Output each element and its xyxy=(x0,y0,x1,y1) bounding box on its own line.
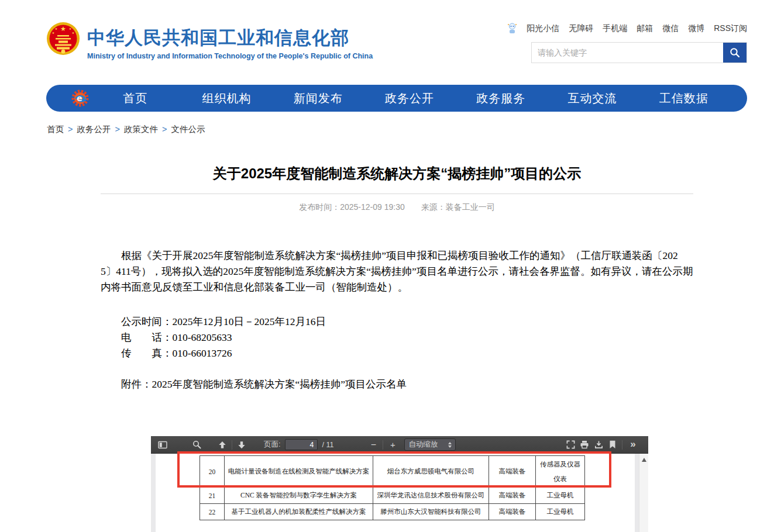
breadcrumb: 首页>政务公开>政策文件>文件公示 xyxy=(47,124,205,135)
page-total: / 11 xyxy=(322,441,333,449)
cell-number: 21 xyxy=(200,488,225,504)
page-up-button[interactable] xyxy=(215,438,229,452)
bookmark-button[interactable] xyxy=(606,438,620,452)
attachment-line: 附件：2025年度智能制造系统解决方案“揭榜挂帅”项目公示名单 xyxy=(101,376,693,392)
breadcrumb-separator: > xyxy=(162,125,167,134)
breadcrumb-home[interactable]: 首页 xyxy=(47,125,64,134)
site-logo: 中华人民共和国工业和信息化部 Ministry of Industry and … xyxy=(87,26,373,60)
zoom-in-button[interactable]: + xyxy=(386,438,400,452)
nav-item-interaction[interactable]: 互动交流 xyxy=(546,91,638,106)
cell-number: 22 xyxy=(200,504,225,520)
phone-line: 电 话：010-68205633 xyxy=(101,330,693,346)
source-label: 来源： xyxy=(421,202,446,212)
divider xyxy=(101,194,693,194)
page-down-button[interactable] xyxy=(235,438,249,452)
quick-links-bar: 阳光小信 无障碍 手机端 邮箱 微信 微博 RSS订阅 xyxy=(507,23,747,34)
search-bar xyxy=(531,42,747,63)
sidebar-toggle-icon xyxy=(158,440,167,450)
breadcrumb-policy-files[interactable]: 政策文件 xyxy=(124,125,158,134)
scrollbar-up-icon[interactable] xyxy=(642,458,646,462)
find-button[interactable] xyxy=(190,438,204,452)
more-tools-button[interactable]: » xyxy=(626,437,640,451)
nav-item-data[interactable]: 工信数据 xyxy=(638,91,730,106)
svg-text:★: ★ xyxy=(60,25,66,33)
robot-mascot-icon xyxy=(507,23,517,34)
cell-company: 深圳华龙讯达信息技术股份有限公司 xyxy=(373,488,489,504)
nav-item-gov-affairs[interactable]: 政务公开 xyxy=(364,91,455,106)
page-up-icon xyxy=(218,441,226,449)
nav-item-gov-services[interactable]: 政务服务 xyxy=(455,91,546,106)
svg-text:★: ★ xyxy=(55,27,58,30)
quick-link-weibo[interactable]: 微博 xyxy=(688,23,704,34)
zoom-mode-value: 自动缩放 xyxy=(408,440,438,450)
breadcrumb-gov-affairs[interactable]: 政务公开 xyxy=(77,125,111,134)
divider xyxy=(383,440,383,450)
presentation-mode-button[interactable] xyxy=(563,438,577,452)
table-row: 21 CNC 装备智能控制与数字孪生解决方案 深圳华龙讯达信息技术股份有限公司 … xyxy=(200,488,585,504)
nav-item-organization[interactable]: 组织机构 xyxy=(181,91,272,106)
article-meta: 发布时间：2025-12-09 19:30来源：装备工业一司 xyxy=(101,202,693,213)
svg-text:★: ★ xyxy=(69,27,72,30)
highlight-box xyxy=(177,451,611,488)
svg-text:e: e xyxy=(77,94,82,103)
national-emblem-icon: ★ ★ ★ ★ ★ xyxy=(46,21,80,57)
presentation-mode-icon xyxy=(566,440,575,449)
zoom-mode-select[interactable]: 自动缩放 xyxy=(404,438,456,451)
find-icon xyxy=(192,440,201,449)
site-subtitle: Ministry of Industry and Information Tec… xyxy=(87,52,373,60)
source: 装备工业一司 xyxy=(446,202,495,212)
download-icon xyxy=(594,440,603,449)
search-input[interactable] xyxy=(532,43,723,63)
pdf-viewer: 页面: / 11 − + 自动缩放 xyxy=(151,436,648,532)
table-row: 22 基于工业机器人的机加装配柔性产线解决方案 滕州市山东大汉智能科技有限公司 … xyxy=(200,504,585,520)
search-icon xyxy=(730,47,740,58)
svg-text:★: ★ xyxy=(52,31,55,34)
svg-text:★: ★ xyxy=(72,31,75,34)
quick-link-wechat[interactable]: 微信 xyxy=(662,23,679,34)
breadcrumb-separator: > xyxy=(68,125,73,134)
sidebar-toggle-button[interactable] xyxy=(156,438,170,452)
print-button[interactable] xyxy=(577,438,591,452)
nav-item-news[interactable]: 新闻发布 xyxy=(273,91,364,106)
nav-item-home[interactable]: 首页 xyxy=(90,91,181,106)
gear-logo-icon[interactable]: e xyxy=(71,89,90,108)
breadcrumb-current: 文件公示 xyxy=(171,125,205,134)
cell-category: 高端装备 xyxy=(489,488,536,504)
quick-link-sunshine[interactable]: 阳光小信 xyxy=(527,23,559,34)
quick-link-rss[interactable]: RSS订阅 xyxy=(714,23,747,34)
cell-solution-name: 基于工业机器人的机加装配柔性产线解决方案 xyxy=(225,504,373,520)
bookmark-icon xyxy=(609,440,616,449)
cell-category: 高端装备 xyxy=(489,504,536,520)
publish-time: 2025-12-09 19:30 xyxy=(340,202,405,212)
main-nav: e 首页 组织机构 新闻发布 政务公开 政务服务 互动交流 工信数据 xyxy=(46,85,747,112)
quick-link-accessibility[interactable]: 无障碍 xyxy=(569,23,593,34)
page-container: ★ ★ ★ ★ ★ 中华人民共和国工业和信息化部 Ministry of Ind… xyxy=(46,0,747,532)
search-button[interactable] xyxy=(723,43,747,63)
page-label: 页面: xyxy=(264,440,280,450)
publicity-period-line: 公示时间：2025年12月10日－2025年12月16日 xyxy=(101,314,693,330)
download-button[interactable] xyxy=(591,438,606,452)
select-spinner-icon xyxy=(448,442,452,448)
pdf-scrollbar[interactable] xyxy=(639,454,648,532)
cell-company: 滕州市山东大汉智能科技有限公司 xyxy=(373,504,489,520)
page-number-input[interactable] xyxy=(285,439,318,450)
paragraph-main: 根据《关于开展2025年度智能制造系统解决方案“揭榜挂帅”项目申报和已揭榜项目验… xyxy=(101,248,693,295)
site-title: 中华人民共和国工业和信息化部 xyxy=(87,26,373,50)
cell-field: 工业母机 xyxy=(536,488,585,504)
divider xyxy=(232,440,232,450)
print-icon xyxy=(580,440,589,449)
zoom-out-button[interactable]: − xyxy=(366,438,380,452)
fax-line: 传 真：010-66013726 xyxy=(101,346,693,361)
breadcrumb-separator: > xyxy=(115,125,119,134)
article-title: 关于2025年度智能制造系统解决方案“揭榜挂帅”项目的公示 xyxy=(101,164,693,183)
divider xyxy=(622,440,622,450)
cell-field: 工业母机 xyxy=(536,504,585,520)
quick-link-mail[interactable]: 邮箱 xyxy=(637,23,653,34)
quick-link-mobile[interactable]: 手机端 xyxy=(603,23,627,34)
cell-solution-name: CNC 装备智能控制与数字孪生解决方案 xyxy=(225,488,373,504)
publish-time-label: 发布时间： xyxy=(299,202,340,212)
page-down-icon xyxy=(238,441,246,449)
article-body: 根据《关于开展2025年度智能制造系统解决方案“揭榜挂帅”项目申报和已揭榜项目验… xyxy=(101,248,693,392)
toolbar-right-group: » xyxy=(563,437,644,452)
